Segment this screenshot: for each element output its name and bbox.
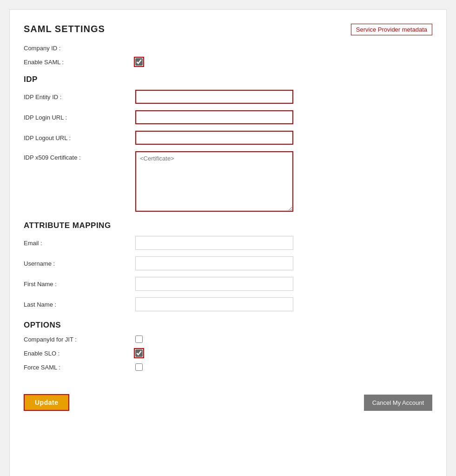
username-input[interactable] [135,256,293,270]
company-id-jit-checkbox-wrapper [135,335,143,343]
update-button[interactable]: Update [24,394,69,411]
idp-logout-url-label: IDP Logout URL : [24,134,135,141]
last-name-label: Last Name : [24,301,135,308]
company-id-label: Company ID : [24,45,135,52]
page-title: SAML SETTINGS [24,24,105,34]
idp-logout-url-row: IDP Logout URL : [24,131,432,145]
idp-login-url-row: IDP Login URL : [24,110,432,124]
username-row: Username : [24,256,432,270]
company-id-jit-label: CompanyId for JIT : [24,336,135,343]
enable-saml-row: Enable SAML : [24,58,432,66]
idp-entity-id-label: IDP Entity ID : [24,94,135,101]
idp-entity-id-input[interactable] [135,90,293,104]
idp-certificate-label: IDP x509 Certificate : [24,151,135,161]
enable-slo-checkbox-wrapper [135,349,143,357]
enable-saml-checkbox-wrapper [135,58,143,66]
idp-certificate-textarea[interactable] [135,151,293,212]
idp-logout-url-input[interactable] [135,131,293,145]
service-provider-link[interactable]: Service Provider metadata [351,24,432,35]
company-id-row: Company ID : [24,45,432,52]
first-name-input[interactable] [135,277,293,291]
idp-certificate-row: IDP x509 Certificate : [24,151,432,212]
options-section-heading: OPTIONS [24,321,432,330]
cancel-account-button[interactable]: Cancel My Account [364,395,432,411]
attribute-mapping-heading: ATTRIBUTE MAPPING [24,221,432,230]
force-saml-checkbox[interactable] [135,363,143,371]
force-saml-row: Force SAML : [24,363,432,371]
idp-entity-id-row: IDP Entity ID : [24,90,432,104]
enable-saml-checkbox[interactable] [135,58,143,66]
idp-login-url-input[interactable] [135,110,293,124]
last-name-input[interactable] [135,297,293,311]
enable-saml-label: Enable SAML : [24,59,135,66]
idp-login-url-label: IDP Login URL : [24,114,135,121]
email-row: Email : [24,236,432,250]
email-input[interactable] [135,236,293,250]
idp-section-heading: IDP [24,75,432,84]
company-id-jit-checkbox[interactable] [135,335,143,343]
company-id-jit-row: CompanyId for JIT : [24,335,432,343]
force-saml-label: Force SAML : [24,364,135,371]
email-label: Email : [24,240,135,247]
enable-slo-checkbox[interactable] [135,349,143,357]
footer-row: Update Cancel My Account [24,389,432,411]
username-label: Username : [24,260,135,267]
last-name-row: Last Name : [24,297,432,311]
first-name-row: First Name : [24,277,432,291]
first-name-label: First Name : [24,281,135,288]
force-saml-checkbox-wrapper [135,363,143,371]
page-container: SAML SETTINGS Service Provider metadata … [9,9,447,476]
enable-slo-label: Enable SLO : [24,350,135,357]
enable-slo-row: Enable SLO : [24,349,432,357]
header-row: SAML SETTINGS Service Provider metadata [24,24,432,35]
